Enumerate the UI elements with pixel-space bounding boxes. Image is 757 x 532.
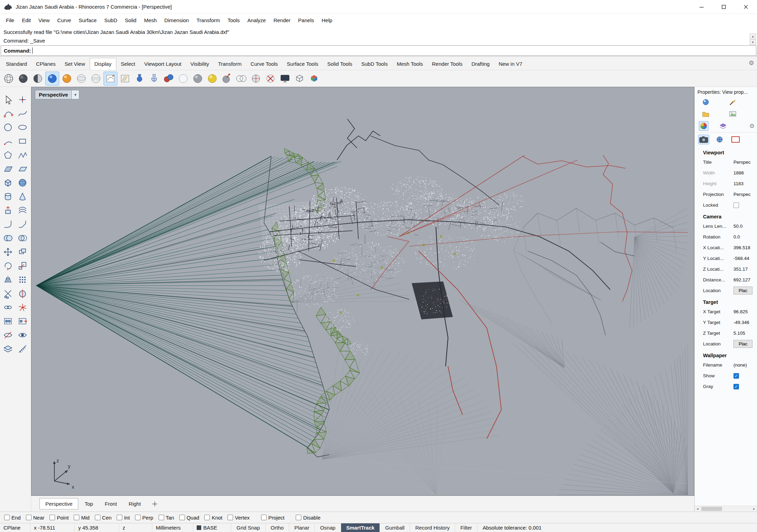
tool-boolean-difference-icon[interactable] bbox=[16, 232, 29, 245]
menu-panels[interactable]: Panels bbox=[294, 15, 318, 26]
tab-transform[interactable]: Transform bbox=[214, 58, 246, 70]
scroll-track[interactable] bbox=[701, 506, 751, 512]
property-value[interactable]: 0.0 bbox=[733, 234, 740, 240]
property-value[interactable]: 351.17 bbox=[733, 267, 748, 272]
shaded-sphere-icon[interactable] bbox=[16, 72, 30, 85]
monitor-icon[interactable] bbox=[278, 72, 292, 85]
tab-mesh-tools[interactable]: Mesh Tools bbox=[392, 58, 428, 70]
display-tab-icon[interactable] bbox=[699, 121, 709, 131]
tool-rectangle-icon[interactable] bbox=[16, 135, 29, 148]
viewport-tab-top[interactable]: Top bbox=[79, 498, 98, 509]
menu-view[interactable]: View bbox=[35, 15, 53, 26]
osnap-checkbox-int[interactable] bbox=[117, 515, 122, 520]
tool-explode-icon[interactable] bbox=[16, 301, 29, 314]
button-location[interactable]: Plac bbox=[733, 287, 752, 295]
tool-ungroup-icon[interactable] bbox=[16, 315, 29, 328]
toggle-gumball[interactable]: Gumball bbox=[380, 523, 410, 532]
menu-transform[interactable]: Transform bbox=[193, 15, 224, 26]
vase-grid-icon[interactable] bbox=[147, 72, 161, 85]
property-value[interactable]: 1886 bbox=[733, 170, 744, 175]
property-value[interactable]: -568.44 bbox=[733, 256, 749, 261]
pin-sphere-icon[interactable] bbox=[220, 72, 234, 85]
toggle-record-history[interactable]: Record History bbox=[410, 523, 455, 532]
command-history[interactable]: Successfully read file "G:\new cities\Ji… bbox=[0, 27, 757, 45]
tool-plane-icon[interactable] bbox=[16, 162, 29, 175]
checkbox-show[interactable]: ✓ bbox=[733, 373, 739, 379]
menu-render[interactable]: Render bbox=[270, 15, 294, 26]
property-value[interactable]: Perspec bbox=[733, 160, 751, 165]
gray-sphere-icon[interactable] bbox=[191, 72, 205, 85]
osnap-checkbox-vertex[interactable] bbox=[228, 515, 233, 520]
tool-join-icon[interactable] bbox=[1, 301, 15, 314]
tool-cone-icon[interactable] bbox=[16, 190, 29, 203]
render-spheres-icon[interactable] bbox=[162, 72, 176, 85]
tab-standard[interactable]: Standard bbox=[1, 58, 32, 70]
tool-scale-icon[interactable] bbox=[16, 259, 29, 272]
viewport-tab-right[interactable]: Right bbox=[123, 498, 146, 509]
tool-surface-icon[interactable] bbox=[1, 162, 15, 175]
viewport-canvas[interactable] bbox=[32, 87, 694, 495]
menu-tools[interactable]: Tools bbox=[224, 15, 243, 26]
status-units[interactable]: Millimeters bbox=[152, 523, 193, 532]
toggle-ortho[interactable]: Ortho bbox=[266, 523, 290, 532]
gear-icon[interactable]: ⚙ bbox=[748, 121, 756, 131]
arctic-sphere-icon[interactable] bbox=[176, 72, 190, 85]
property-value[interactable]: 1183 bbox=[733, 181, 743, 186]
tool-control-point-curve-icon[interactable] bbox=[1, 107, 15, 120]
tool-cylinder-icon[interactable] bbox=[1, 190, 15, 203]
tool-hide-icon[interactable] bbox=[1, 328, 15, 342]
tool-extrude-icon[interactable] bbox=[1, 204, 15, 217]
raytrace-vase-icon[interactable] bbox=[133, 72, 146, 85]
tool-show-icon[interactable] bbox=[16, 328, 29, 342]
property-value[interactable]: 50.0 bbox=[733, 224, 742, 229]
status-y[interactable]: y 45.358 bbox=[75, 523, 119, 532]
perspective-viewport[interactable]: Perspective ▼ z y x bbox=[31, 87, 694, 496]
toggle-planar[interactable]: Planar bbox=[289, 523, 315, 532]
tab-options-gear-icon[interactable]: ⚙ bbox=[749, 59, 754, 67]
object-properties-icon[interactable] bbox=[701, 97, 711, 107]
osnap-checkbox-project[interactable] bbox=[261, 515, 267, 520]
tool-trim-icon[interactable] bbox=[1, 287, 15, 300]
tab-solid-tools[interactable]: Solid Tools bbox=[323, 58, 357, 70]
artistic-display-icon[interactable] bbox=[118, 72, 132, 85]
osnap-checkbox-quad[interactable] bbox=[179, 515, 185, 520]
menu-dimension[interactable]: Dimension bbox=[161, 15, 193, 26]
menu-surface[interactable]: Surface bbox=[75, 15, 100, 26]
maximize-button[interactable] bbox=[713, 0, 735, 13]
paintbrush-icon[interactable] bbox=[728, 97, 738, 107]
toggle-grid-snap[interactable]: Grid Snap bbox=[231, 523, 266, 532]
color-cube-icon[interactable] bbox=[307, 72, 321, 85]
scroll-thumb[interactable] bbox=[701, 507, 722, 511]
menu-mesh[interactable]: Mesh bbox=[140, 15, 161, 26]
tool-copy-icon[interactable] bbox=[16, 245, 29, 259]
tool-point-icon[interactable] bbox=[16, 93, 29, 106]
tab-viewport-layout[interactable]: Viewport Layout bbox=[140, 58, 186, 70]
tab-new-in-v7[interactable]: New in V7 bbox=[494, 58, 527, 70]
layers-icon[interactable] bbox=[718, 121, 728, 131]
property-value[interactable]: Perspec bbox=[733, 192, 751, 197]
osnap-checkbox-tan[interactable] bbox=[159, 515, 164, 520]
tool-polyline-icon[interactable] bbox=[16, 148, 29, 162]
tool-sphere-icon[interactable] bbox=[16, 176, 29, 189]
no-render-icon[interactable] bbox=[264, 72, 277, 85]
viewport-rect-icon[interactable] bbox=[730, 135, 741, 144]
osnap-checkbox-disable[interactable] bbox=[296, 515, 301, 520]
property-value[interactable]: -49.346 bbox=[733, 320, 749, 325]
ghosted-globe-icon[interactable] bbox=[74, 72, 88, 85]
tool-mirror-icon[interactable] bbox=[1, 273, 15, 286]
tool-arc-icon[interactable] bbox=[1, 135, 15, 148]
toggle-osnap[interactable]: Osnap bbox=[315, 523, 341, 532]
osnap-checkbox-near[interactable] bbox=[26, 515, 32, 520]
command-scroll-up-icon[interactable]: ▲ bbox=[750, 34, 756, 39]
menu-curve[interactable]: Curve bbox=[53, 15, 75, 26]
tool-split-icon[interactable] bbox=[16, 287, 29, 300]
property-value[interactable]: 396.518 bbox=[733, 245, 750, 250]
tool-rotate-icon[interactable] bbox=[1, 259, 15, 272]
tab-set-view[interactable]: Set View bbox=[60, 58, 90, 70]
tool-measure-icon[interactable] bbox=[16, 342, 29, 355]
property-value[interactable]: 5.105 bbox=[733, 331, 745, 336]
wire-box-icon[interactable] bbox=[293, 72, 306, 85]
osnap-checkbox-mid[interactable] bbox=[74, 515, 79, 520]
tool-circle-icon[interactable] bbox=[1, 121, 15, 134]
tool-loft-icon[interactable] bbox=[16, 204, 29, 217]
